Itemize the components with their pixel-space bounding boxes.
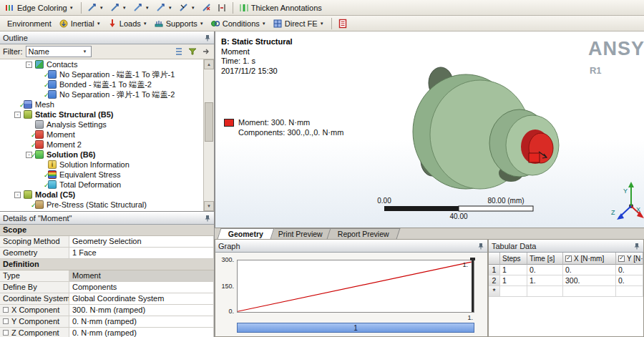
steps-cell[interactable]: 1 <box>500 265 527 275</box>
collapse-icon[interactable] <box>26 62 32 68</box>
thicken-annotations-button[interactable]: Thicken Annotations <box>237 1 324 14</box>
chevron-down-icon <box>320 19 326 28</box>
step-segment-bar[interactable]: 1 <box>237 323 474 333</box>
tree-item-modal[interactable]: Modal (C5) <box>0 190 214 200</box>
tree-item-moment[interactable]: Moment <box>0 130 214 140</box>
edge-option-button[interactable] <box>177 1 199 14</box>
y-column-header[interactable]: Y [N·mm] <box>616 253 643 265</box>
y-cell[interactable] <box>616 286 643 297</box>
scroll-up-icon[interactable] <box>204 59 214 69</box>
direct-fe-button[interactable]: Direct FE <box>270 17 328 30</box>
y-component-value[interactable]: 0. N·mm (ramped) <box>69 316 214 328</box>
inertial-icon <box>59 19 69 29</box>
x-cell[interactable] <box>563 286 616 297</box>
pin-icon[interactable] <box>477 243 484 250</box>
z-component-value[interactable]: 0. N·mm (ramped) <box>69 328 214 337</box>
inertial-button[interactable]: Inertial <box>57 17 104 30</box>
graph-plot-area[interactable]: 1. <box>237 260 474 313</box>
tree-scrollbar[interactable] <box>203 59 214 211</box>
worksheet-button[interactable] <box>336 17 350 30</box>
tabular-title: Tabular Data <box>492 242 536 250</box>
collapse-icon[interactable] <box>14 112 21 118</box>
pin-icon[interactable] <box>204 215 211 222</box>
tree-item-static-structural[interactable]: Static Structural (B5) <box>0 109 214 119</box>
tree-item-pre-stress[interactable]: Pre-Stress (Static Structural) <box>0 200 214 210</box>
edge-option-button[interactable] <box>200 1 214 14</box>
x-component-value[interactable]: 300. N·mm (ramped) <box>69 305 214 316</box>
triad[interactable]: Y X Z <box>611 182 644 220</box>
edge-direction-icon <box>156 3 166 13</box>
scoping-method-value[interactable]: Geometry Selection <box>69 236 214 248</box>
tree-item-equivalent-stress[interactable]: Equivalent Stress <box>0 170 214 180</box>
tree-item-solution-information[interactable]: Solution Information <box>0 160 214 170</box>
tab-print-preview[interactable]: Print Preview <box>268 228 334 239</box>
environment-menu[interactable]: Environment <box>3 18 56 29</box>
x-column-header[interactable]: X [N·mm] <box>563 253 616 265</box>
conditions-button[interactable]: Conditions <box>208 17 270 30</box>
graphics-viewport[interactable]: 0.00 80.00 (mm) 40.00 Y X Z B: Stat <box>215 31 644 228</box>
ruler-start-label: 0.00 <box>377 197 391 205</box>
scrollbar-thumb[interactable] <box>205 102 213 142</box>
coordinate-system-value[interactable]: Global Coordinate System <box>69 293 214 305</box>
filter-options-icon[interactable] <box>187 47 197 57</box>
outline-tree[interactable]: Contacts No Separation - 端盖-1 To 弹片-1 Bo… <box>0 59 214 211</box>
edge-display-icon <box>217 3 227 13</box>
collapse-icon[interactable] <box>14 192 21 198</box>
time-cell[interactable]: 1. <box>527 275 563 286</box>
y-column-checkbox[interactable] <box>618 255 625 262</box>
current-time-marker[interactable] <box>472 260 474 312</box>
x-column-checkbox[interactable] <box>565 255 572 262</box>
edge-coloring-button[interactable]: Edge Coloring <box>3 1 77 14</box>
tree-item-label: Mesh <box>35 99 54 109</box>
chevron-down-icon <box>262 19 268 28</box>
filter-select[interactable]: Name <box>26 46 92 57</box>
tree-item-contact-pair[interactable]: No Separation - 端盖-1 To 弹片-1 <box>0 69 214 79</box>
tree-item-contact-pair[interactable]: Bonded - 端盖-1 To 端盖-2 <box>0 79 214 89</box>
collapse-environment-icon[interactable] <box>200 47 211 57</box>
steps-column-header[interactable]: Steps <box>500 253 527 265</box>
define-by-value[interactable]: Components <box>69 282 214 293</box>
edge-display-button[interactable] <box>215 1 229 14</box>
graphics-options-toolbar: Edge Coloring <box>0 0 644 16</box>
pre-stress-icon <box>35 200 44 209</box>
tree-item-mesh[interactable]: Mesh <box>0 99 214 109</box>
time-cell[interactable] <box>527 286 563 297</box>
equivalent-stress-icon <box>48 170 57 179</box>
tree-item-moment2[interactable]: Moment 2 <box>0 140 214 150</box>
moment-annotation-flag[interactable] <box>529 153 540 162</box>
graph-content[interactable]: 300. 150. 0. 1. 1. 1 <box>215 253 487 336</box>
tree-item-contact-pair[interactable]: No Separation - 弹片-1 To 端盖-2 <box>0 89 214 99</box>
supports-button[interactable]: Supports <box>152 17 208 30</box>
geometry-value[interactable]: 1 Face <box>69 248 214 259</box>
tab-geometry[interactable]: Geometry <box>218 228 275 239</box>
edge-option-button[interactable] <box>154 1 176 14</box>
inertial-label: Inertial <box>71 19 94 28</box>
tree-item-solution[interactable]: Solution (B6) <box>0 150 214 160</box>
tab-report-preview[interactable]: Report Preview <box>326 228 400 239</box>
row-number: 1 <box>489 265 500 275</box>
y-cell[interactable]: 0. <box>616 275 643 286</box>
loads-button[interactable]: Loads <box>105 17 151 30</box>
scroll-down-icon[interactable] <box>204 201 214 211</box>
moment-line-chart <box>238 260 474 312</box>
edge-option-button[interactable] <box>131 1 153 14</box>
time-column-header[interactable]: Time [s] <box>527 253 563 265</box>
tree-item-total-deformation[interactable]: Total Deformation <box>0 180 214 190</box>
chevron-down-icon <box>145 4 151 12</box>
edge-option-button[interactable] <box>85 1 107 14</box>
tree-item-analysis-settings[interactable]: Analysis Settings <box>0 119 214 130</box>
moment-legend: Moment: 300. N·mm Components: 300.,0.,0.… <box>224 117 343 137</box>
edge-option-button[interactable] <box>108 1 130 14</box>
pin-icon[interactable] <box>633 243 640 250</box>
tree-item-contacts[interactable]: Contacts <box>0 59 214 69</box>
steps-cell[interactable] <box>500 286 527 297</box>
expand-all-icon[interactable] <box>173 47 184 57</box>
type-value[interactable]: Moment <box>69 270 214 282</box>
pin-icon[interactable] <box>204 34 211 41</box>
steps-cell[interactable]: 1 <box>500 275 527 286</box>
x-cell[interactable]: 300. <box>563 275 616 286</box>
x-cell[interactable]: 0. <box>563 265 616 275</box>
time-marker-handle[interactable] <box>470 258 475 260</box>
time-cell[interactable]: 0. <box>527 265 563 275</box>
y-cell[interactable]: 0. <box>616 265 643 275</box>
